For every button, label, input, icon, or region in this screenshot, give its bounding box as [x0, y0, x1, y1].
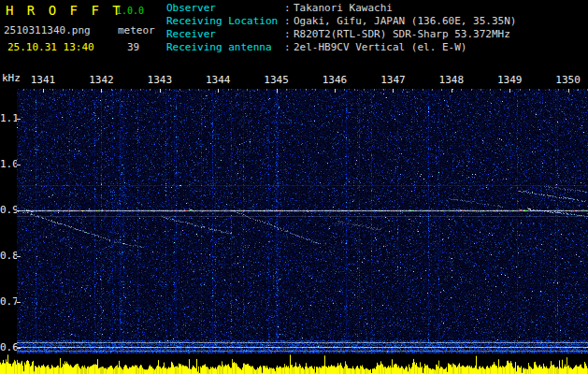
header-bar: H R O F F T 1.0.0 2510311340.png meteor … — [0, 0, 588, 71]
meteor-count: 39 — [127, 41, 139, 53]
time-label: 1348 — [439, 74, 465, 86]
app-title: H R O F F T — [6, 3, 123, 18]
signal-level-graph — [0, 353, 588, 374]
time-label: 1344 — [206, 74, 231, 86]
time-label: 1350 — [555, 74, 581, 86]
station-row-observer: Observer:Takanori Kawachi — [166, 2, 516, 15]
frequency-label: 0.9 — [0, 204, 14, 216]
station-row-receiver: Receiver:R820T2(RTL-SDR) SDR-Sharp 53.37… — [166, 28, 516, 41]
frequency-label: 1.1 — [0, 112, 14, 124]
y-axis-unit-label: kHz — [2, 72, 21, 84]
station-label: Receiver — [166, 28, 284, 41]
station-label: Receiving Location — [166, 15, 284, 28]
station-info: Observer:Takanori Kawachi Receiving Loca… — [166, 2, 516, 54]
station-value: 2el-HB9CV Vertical (el. E-W) — [294, 41, 466, 53]
time-label: 1343 — [148, 74, 173, 86]
station-value: Takanori Kawachi — [294, 2, 393, 14]
station-separator: : — [284, 2, 294, 15]
app-version: 1.0.0 — [116, 6, 144, 16]
time-label: 1345 — [264, 74, 289, 86]
timestamp: 25.10.31 13:40 — [7, 41, 94, 53]
spectrogram-canvas — [17, 89, 588, 353]
station-separator: : — [284, 15, 294, 28]
frequency-label: 0.6 — [0, 341, 14, 353]
frequency-label: 0.7 — [0, 295, 14, 308]
station-value: Ogaki, Gifu, JAPAN (136.60E, 35.35N) — [294, 15, 516, 27]
output-filename: 2510311340.png — [4, 24, 91, 36]
station-separator: : — [284, 41, 294, 54]
station-separator: : — [284, 28, 294, 41]
station-row-location: Receiving Location:Ogaki, Gifu, JAPAN (1… — [166, 15, 516, 28]
hrofft-window: H R O F F T 1.0.0 2510311340.png meteor … — [0, 0, 588, 374]
time-label: 1341 — [31, 74, 56, 86]
time-label: 1346 — [323, 74, 348, 86]
station-label: Receiving antenna — [166, 41, 284, 54]
station-value: R820T2(RTL-SDR) SDR-Sharp 53.372MHz — [294, 28, 510, 40]
time-label: 1347 — [380, 74, 406, 86]
station-row-antenna: Receiving antenna:2el-HB9CV Vertical (el… — [166, 41, 516, 54]
station-label: Observer — [166, 2, 284, 15]
spectrogram-panel: kHz 134113421343134413451346134713481349… — [0, 71, 588, 374]
frequency-label: 0.8 — [0, 250, 14, 262]
time-label: 1342 — [89, 74, 114, 86]
frequency-label: 1.0 — [0, 158, 14, 170]
mode-label: meteor — [118, 24, 155, 36]
time-label: 1349 — [497, 74, 523, 86]
